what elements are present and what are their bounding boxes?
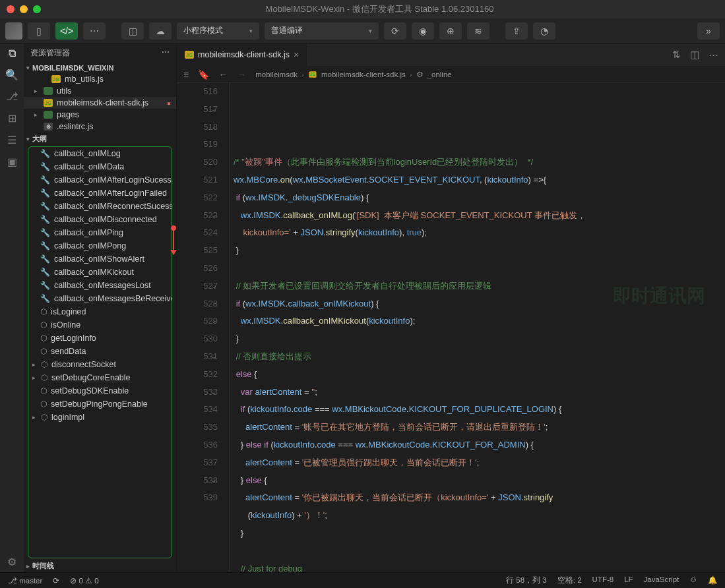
cursor-pos[interactable]: 行 58，列 3 [506,575,547,585]
outline-getLoginInfo[interactable]: ⬡getLoginInfo [28,332,172,345]
nav-fwd-icon[interactable]: → [237,69,246,80]
file-utils[interactable]: ▸utils [24,85,176,97]
code-icon[interactable]: </> [55,22,78,40]
close-tab-icon[interactable]: × [294,49,299,60]
bell-icon[interactable]: 🔔 [708,575,717,585]
outline-isLogined[interactable]: ⬡isLogined [28,305,172,318]
indent[interactable]: 空格: 2 [557,575,582,585]
real-device-icon[interactable]: ⊕ [439,22,462,40]
tab-label: mobileimsdk-client-sdk.js [198,50,290,59]
file-mb_utils.js[interactable]: JSmb_utils.js [24,73,176,85]
outline-callback_onIMData[interactable]: 🔧callback_onIMData [28,160,172,173]
sidebar: 资源管理器 ⋯ ▾MOBILEIMSDK_WEIXIN JSmb_utils.j… [24,44,177,572]
wrench-icon: 🔧 [40,202,50,211]
timeline-header[interactable]: ▸时间线 [24,560,176,572]
sync-icon[interactable]: ⟳ [53,576,59,585]
outline-setDebugPingPongEnable[interactable]: ⬡setDebugPingPongEnable [28,397,172,411]
outline-disconnectSocket[interactable]: ▸⬡disconnectSocket [28,358,172,371]
file-mobileimsdk-client-sdk.js[interactable]: JSmobileimsdk-client-sdk.js● [24,97,176,109]
debug-icon[interactable]: ⋯ [83,22,106,40]
minimize-window-button[interactable] [20,5,28,13]
js-icon: JS [51,75,61,83]
outline-sendData[interactable]: ⬡sendData [28,345,172,358]
git-branch[interactable]: ⎇ master [8,576,42,585]
project-header[interactable]: ▾MOBILEIMSDK_WEIXIN [24,63,176,73]
wrench-icon: 🔧 [40,175,50,185]
file-.eslintrc.js[interactable]: ⚙.eslintrc.js [24,121,176,132]
wrench-icon: 🔧 [40,189,50,198]
outline-header[interactable]: ▾大纲 [24,132,176,145]
feedback-icon[interactable]: ☺ [689,575,697,585]
search-icon[interactable]: 🔍 [5,69,18,81]
outline-callback_onIMAfterLoginFailed[interactable]: 🔧callback_onIMAfterLoginFailed [28,187,172,200]
wrench-icon: 🔧 [40,162,50,171]
close-window-button[interactable] [7,5,15,13]
mode-dropdown[interactable]: 小程序模式▾ [177,22,259,40]
db-icon[interactable]: ☰ [7,134,16,146]
code-editor[interactable]: 516517⌄518⌄519520521522523⌄524525526527⌄… [177,83,725,572]
more-icon[interactable]: » [697,22,720,40]
outline-callback_onIMReconnectSucess[interactable]: 🔧callback_onIMReconnectSucess [28,200,172,213]
window-title: MobileIMSDK-Wexin - 微信开发者工具 Stable 1.06.… [41,3,718,15]
outline-callback_onIMShowAlert[interactable]: 🔧callback_onIMShowAlert [28,252,172,266]
tab-more-icon[interactable]: ⋯ [709,49,718,61]
outline-callback_onMessagesBeReceived[interactable]: 🔧callback_onMessagesBeReceived [28,292,172,305]
file-pages[interactable]: ▸pages [24,109,176,121]
user-avatar[interactable] [5,22,22,40]
version-icon[interactable]: ◔ [533,22,555,40]
outline-callback_onIMLog[interactable]: 🔧callback_onIMLog [28,147,172,160]
list-icon[interactable]: ≡ [183,69,189,80]
language[interactable]: JavaScript [644,575,679,585]
outline-setDebugCoreEnable[interactable]: ▸⬡setDebugCoreEnable [28,371,172,384]
outline-setDebugSDKEnable[interactable]: ⬡setDebugSDKEnable [28,384,172,397]
js-icon: JS [44,99,53,107]
split-icon[interactable]: ◫ [690,49,699,61]
outline-callback_onIMKickout[interactable]: 🔧callback_onIMKickout [28,266,172,279]
outline-callback_onIMPong[interactable]: 🔧callback_onIMPong [28,239,172,252]
upload-icon[interactable]: ⇪ [505,22,528,40]
outline-callback_onIMDisconnected[interactable]: 🔧callback_onIMDisconnected [28,213,172,226]
bookmark-icon[interactable]: 🔖 [198,69,209,80]
nav-back-icon[interactable]: ← [218,69,228,80]
file-tab[interactable]: JS mobileimsdk-client-sdk.js × [177,44,307,66]
annotation-arrow [173,228,174,254]
phone-icon[interactable]: ▯ [28,22,50,40]
outline-callback_onIMPing[interactable]: 🔧callback_onIMPing [28,226,172,239]
outline-isOnline[interactable]: ⬡isOnline [28,318,172,332]
clear-icon[interactable]: ≋ [467,22,489,40]
cube-icon: ⬡ [40,347,47,356]
refresh-icon[interactable]: ⟳ [384,22,406,40]
wrench-icon: 🔧 [40,215,50,224]
extensions-icon[interactable]: ⊞ [8,112,16,125]
wrench-icon: 🔧 [40,149,50,158]
problems[interactable]: ⊘ 0 ⚠ 0 [70,576,98,585]
outline-loginImpl[interactable]: ▸⬡loginImpl [28,411,172,424]
outline-panel: 主要 API 接口概览 🔧callback_onIMLog🔧callback_o… [28,146,172,558]
activity-bar: ⧉ 🔍 ⎇ ⊞ ☰ ▣ ⚙ [0,44,24,572]
statusbar: ⎇ master ⟳ ⊘ 0 ⚠ 0 行 58，列 3 空格: 2 UTF-8 … [0,572,725,588]
layout-icon[interactable]: ◫ [121,22,144,40]
breadcrumb[interactable]: mobileimsdk› JSmobileimsdk-client-sdk.js… [255,70,452,79]
maximize-window-button[interactable] [33,5,41,13]
encoding[interactable]: UTF-8 [592,575,614,585]
explorer-icon[interactable]: ⧉ [9,47,16,59]
wrench-icon: 🔧 [40,254,50,264]
folder-icon [44,87,53,95]
cfg-icon: ⚙ [44,123,53,131]
preview-icon[interactable]: ◉ [412,22,434,40]
cube-icon: ⬡ [41,360,47,369]
compare-icon[interactable]: ⇅ [672,49,681,61]
settings-icon[interactable]: ⚙ [7,556,16,568]
sidebar-more-icon[interactable]: ⋯ [162,47,170,59]
eol[interactable]: LF [624,575,633,585]
editor: JS mobileimsdk-client-sdk.js × ⇅ ◫ ⋯ ≡ 🔖… [177,44,725,572]
compile-dropdown[interactable]: 普通编译▾ [265,22,379,40]
cloud-icon[interactable]: ☁ [149,22,172,40]
scm-icon[interactable]: ⎇ [6,90,18,103]
cube-icon: ⬡ [40,320,47,330]
cube-icon: ⬡ [40,386,47,396]
outline-callback_onIMAfterLoginSucess[interactable]: 🔧callback_onIMAfterLoginSucess [28,173,172,187]
outline-callback_onMessagesLost[interactable]: 🔧callback_onMessagesLost [28,279,172,292]
cube-icon: ⬡ [41,373,47,382]
docker-icon[interactable]: ▣ [7,156,17,168]
